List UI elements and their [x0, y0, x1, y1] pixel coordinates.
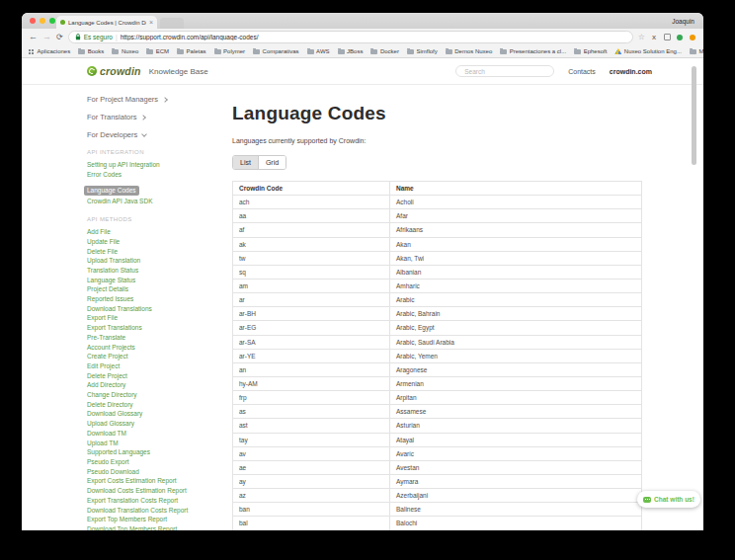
sidebar-link[interactable]: Add File	[87, 227, 232, 237]
sidebar-nav-toggle[interactable]: For Translators	[87, 113, 232, 121]
forward-icon[interactable]: →	[42, 33, 51, 41]
code-cell: ae	[233, 460, 390, 474]
security-label[interactable]: Es seguro	[84, 34, 113, 40]
sidebar-link[interactable]: Export Top Members Report	[87, 515, 232, 524]
bookmark-item[interactable]: Nuxeo	[112, 48, 138, 54]
bookmark-label: JBoss	[347, 48, 363, 54]
sidebar-link[interactable]: Pseudo Download	[87, 467, 232, 477]
sidebar-link[interactable]: Download Top Members Report	[87, 524, 232, 530]
sidebar-link[interactable]: Delete Project	[87, 371, 232, 381]
sidebar-link[interactable]: Translation Status	[87, 266, 232, 276]
sidebar-nav-toggle[interactable]: For Project Managers	[87, 95, 232, 104]
sidebar-link[interactable]: Pseudo Export	[87, 457, 232, 467]
crowdin-com-link[interactable]: crowdin.com	[610, 68, 652, 75]
sidebar-link[interactable]: Export File	[87, 313, 232, 323]
sidebar-link[interactable]: Export Translations	[87, 323, 232, 333]
crowdin-logo-icon[interactable]	[87, 66, 97, 76]
table-header-row: Crowdin Code Name	[233, 182, 642, 196]
sidebar-link[interactable]: Upload Translation	[87, 256, 232, 266]
grid-view-button[interactable]: Grid	[258, 156, 286, 169]
code-cell: ar-EG	[233, 321, 390, 335]
extension-square-icon[interactable]	[663, 34, 671, 41]
bookmark-item[interactable]: AWS	[307, 48, 330, 54]
folder-icon	[446, 49, 452, 54]
bookmark-item[interactable]: Docker	[370, 48, 399, 54]
bookmark-item[interactable]: ECM	[146, 48, 169, 54]
folder-icon	[78, 49, 85, 54]
sidebar-link[interactable]: Delete File	[87, 247, 232, 257]
extension-green-icon[interactable]	[676, 34, 684, 41]
sidebar-link[interactable]: Change Directory	[87, 390, 232, 400]
bookmark-item[interactable]: Nuxeo Solution Eng...	[614, 48, 682, 54]
page-scrollbar[interactable]	[692, 66, 696, 165]
extension-orange-icon[interactable]	[689, 34, 696, 41]
name-cell: Afrikaans	[390, 223, 642, 237]
chat-label: Chat with us!	[654, 496, 694, 503]
sidebar-link[interactable]: Supported Languages	[87, 447, 232, 457]
crowdin-logo-text[interactable]: crowdin	[100, 65, 141, 77]
bookmark-star-icon[interactable]: ☆	[638, 34, 645, 41]
bookmark-item[interactable]: Paletas	[177, 48, 206, 54]
sidebar-link[interactable]: Download Costs Estimation Report	[87, 486, 232, 496]
reload-icon[interactable]: ⟳	[56, 34, 63, 41]
content-area: For Project Managers For Translators For…	[22, 85, 703, 530]
bookmark-item[interactable]: Simflofy	[407, 48, 438, 54]
sidebar-nav-label: For Translators	[87, 113, 136, 121]
tab-close-icon[interactable]: ×	[149, 19, 153, 26]
sidebar-link[interactable]: Upload Glossary	[87, 419, 232, 429]
bookmark-label: Simflofy	[416, 48, 437, 54]
close-window-button[interactable]	[30, 18, 36, 24]
table-row: ach Acholi	[233, 196, 642, 209]
back-icon[interactable]: ←	[29, 33, 38, 41]
bookmark-item[interactable]: Aplicaciones	[29, 48, 70, 54]
bookmark-item[interactable]: JBoss	[338, 48, 364, 54]
knowledge-base-label: Knowledge Base	[149, 67, 208, 76]
browser-tab[interactable]: Language Codes | Crowdin Do ×	[56, 16, 157, 29]
profile-name[interactable]: Joaquin	[672, 18, 703, 29]
sidebar-nav-toggle[interactable]: For Developers	[87, 130, 232, 139]
bookmark-item[interactable]: Demos Nuxeo	[446, 48, 493, 54]
bookmark-item[interactable]: Ephesoft	[574, 48, 607, 54]
list-view-button[interactable]: List	[233, 156, 258, 169]
sidebar-link[interactable]: Pre-Translate	[87, 333, 232, 343]
search-input[interactable]	[455, 65, 554, 77]
sidebar-link[interactable]: Setting up API Integration	[87, 160, 232, 170]
sidebar-link[interactable]: Add Directory	[87, 380, 232, 390]
code-cell: bal	[233, 517, 390, 530]
address-bar[interactable]: Es seguro | https://support.crowdin.com/…	[68, 31, 633, 43]
bookmark-item[interactable]: Books	[78, 48, 104, 54]
sidebar-link[interactable]: Create Project	[87, 352, 232, 361]
sidebar-link[interactable]: Download Translations	[87, 304, 232, 314]
minimize-window-button[interactable]	[40, 18, 45, 24]
sidebar-link[interactable]: Download TM	[87, 429, 232, 439]
sidebar-link[interactable]: Reported Issues	[87, 294, 232, 304]
table-row: tay Atayal	[233, 433, 642, 446]
window-controls	[30, 18, 55, 24]
sidebar-link[interactable]: Edit Project	[87, 361, 232, 371]
extension-x-icon[interactable]: X	[650, 34, 658, 41]
sidebar-link[interactable]: Delete Directory	[87, 400, 232, 410]
sidebar-link[interactable]: Download Glossary	[87, 409, 232, 419]
zoom-window-button[interactable]	[49, 18, 55, 24]
sidebar-link[interactable]: Export Translation Costs Report	[87, 496, 232, 506]
sidebar-link[interactable]: Account Projects	[87, 343, 232, 353]
bookmark-item[interactable]: Presentaciones a cl...	[500, 48, 566, 54]
sidebar-link[interactable]: Language Status	[87, 276, 232, 285]
bookmark-item[interactable]: Polymer	[214, 48, 246, 54]
sidebar-link[interactable]: Crowdin API Java SDK	[87, 197, 232, 206]
table-row: an Aragonese	[233, 362, 642, 376]
sidebar-link[interactable]: Export Costs Estimation Report	[87, 476, 232, 486]
table-row: sq Albanian	[233, 265, 642, 279]
contacts-link[interactable]: Contacts	[568, 68, 596, 75]
sidebar-link[interactable]: Project Details	[87, 284, 232, 294]
sidebar-link[interactable]: Error Codes	[87, 170, 232, 180]
new-tab-button[interactable]	[160, 18, 184, 29]
sidebar-link[interactable]: Update File	[87, 237, 232, 247]
sidebar-link[interactable]: Upload TM	[87, 439, 232, 448]
bookmark-item[interactable]: MP3 - ID3	[690, 48, 703, 54]
sidebar-link[interactable]: Language Codes	[84, 186, 139, 196]
bookmark-item[interactable]: Comparativas	[253, 48, 299, 54]
sidebar-link[interactable]: Download Translation Costs Report	[87, 506, 232, 516]
chat-widget[interactable]: Chat with us!	[637, 491, 700, 508]
table-row: am Amharic	[233, 279, 642, 292]
